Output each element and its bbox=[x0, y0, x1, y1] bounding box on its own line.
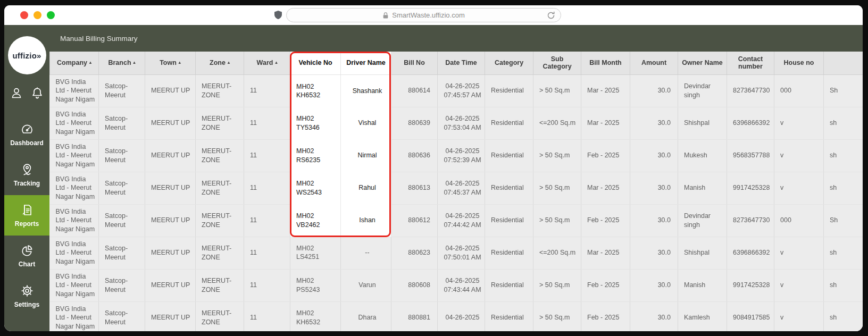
column-header-cut[interactable] bbox=[824, 52, 863, 74]
main-area: Manual Billing Summary Company▴Branch▴To… bbox=[49, 25, 863, 331]
zoom-button[interactable] bbox=[47, 11, 55, 19]
table-cell: 30.0 bbox=[630, 269, 678, 301]
table-cell: MEERUT UP bbox=[145, 74, 196, 107]
table-cell: BVG India Ltd - Meerut Nagar Nigam bbox=[50, 139, 99, 172]
column-header-zone[interactable]: Zone▴ bbox=[196, 52, 244, 74]
table-cell: MEERUT-ZONE bbox=[196, 204, 244, 237]
desktop-background: { "chrome": { "url": "SmartWaste.uffizio… bbox=[0, 0, 868, 336]
table-cell: 9084917585 bbox=[727, 301, 774, 331]
table-cell: MEERUT-ZONE bbox=[196, 269, 244, 301]
table-cell: Manish bbox=[678, 172, 727, 204]
table-cell: sh bbox=[824, 269, 863, 301]
table-row: BVG India Ltd - Meerut Nagar NigamSatcop… bbox=[50, 204, 863, 237]
table-cell: Residential bbox=[485, 204, 533, 237]
table-cell: 30.0 bbox=[630, 204, 678, 237]
column-header-house-no[interactable]: House no bbox=[774, 52, 824, 74]
table-row: BVG India Ltd - Meerut Nagar NigamSatcop… bbox=[50, 301, 863, 331]
report-doc-icon bbox=[20, 203, 34, 217]
column-header-driver-name[interactable]: Driver Name bbox=[341, 52, 391, 74]
table-cell: Manish bbox=[678, 269, 727, 301]
sidebar-item-label: Settings bbox=[14, 301, 39, 308]
table-cell: BVG India Ltd - Meerut Nagar Nigam bbox=[50, 107, 99, 139]
table-cell: 04-26-2025 07:44:42 AM bbox=[438, 204, 485, 237]
sidebar-item-reports[interactable]: Reports bbox=[4, 195, 49, 236]
table-cell: 11 bbox=[244, 204, 290, 237]
shield-icon[interactable] bbox=[273, 10, 283, 20]
table-cell: Shashank bbox=[341, 74, 391, 107]
table-cell: 880881 bbox=[391, 301, 438, 331]
table-cell: Devindar singh bbox=[678, 74, 727, 107]
column-header-amount[interactable]: Amount bbox=[630, 52, 678, 74]
sidebar-item-settings[interactable]: Settings bbox=[4, 276, 49, 316]
table-cell: 880608 bbox=[391, 269, 438, 301]
table-cell: 11 bbox=[244, 74, 290, 107]
table-cell: MH02 TY5346 bbox=[290, 107, 341, 139]
table-cell: MEERUT UP bbox=[145, 172, 196, 204]
table-cell: Satcop-Meerut bbox=[99, 237, 145, 269]
column-header-town[interactable]: Town▴ bbox=[145, 52, 196, 74]
table-cell: MEERUT-ZONE bbox=[196, 74, 244, 107]
table-cell: BVG India Ltd - Meerut Nagar Nigam bbox=[50, 237, 99, 269]
table-cell: Mar - 2025 bbox=[581, 172, 630, 204]
table-cell: 9568357788 bbox=[727, 139, 774, 172]
sidebar-item-chart[interactable]: Chart bbox=[4, 236, 49, 276]
close-button[interactable] bbox=[20, 11, 28, 19]
table-cell: sh bbox=[824, 237, 863, 269]
column-header-ward[interactable]: Ward▴ bbox=[244, 52, 290, 74]
table-cell: MEERUT-ZONE bbox=[196, 237, 244, 269]
table-cell: 30.0 bbox=[630, 237, 678, 269]
table-cell: v bbox=[774, 107, 824, 139]
column-header-category[interactable]: Category bbox=[485, 52, 533, 74]
table-cell: 000 bbox=[774, 74, 824, 107]
column-header-company[interactable]: Company▴ bbox=[50, 52, 99, 74]
column-header-branch[interactable]: Branch▴ bbox=[99, 52, 145, 74]
sidebar: uffizio» DashboardTrackingReportsChartSe… bbox=[4, 25, 49, 331]
table-cell: 880623 bbox=[391, 237, 438, 269]
column-header-vehicle-no[interactable]: Vehicle No bbox=[290, 52, 341, 74]
table-cell: Feb - 2025 bbox=[581, 139, 630, 172]
table-cell: Satcop-Meerut bbox=[99, 301, 145, 331]
url-bar[interactable]: SmartWaste.uffizio.com bbox=[286, 8, 561, 22]
browser-window: SmartWaste.uffizio.com uffizio» Dashboar… bbox=[4, 5, 863, 331]
column-header-sub-category[interactable]: Sub Category bbox=[533, 52, 581, 74]
table-cell: MEERUT UP bbox=[145, 139, 196, 172]
table-cell: Residential bbox=[485, 237, 533, 269]
table-cell: 6396866392 bbox=[727, 107, 774, 139]
column-header-bill-month[interactable]: Bill Month bbox=[581, 52, 630, 74]
table-cell: v bbox=[774, 172, 824, 204]
table-cell: Mar - 2025 bbox=[581, 107, 630, 139]
table-cell: Satcop-Meerut bbox=[99, 204, 145, 237]
column-header-bill-no[interactable]: Bill No bbox=[391, 52, 438, 74]
page-title-bar: Manual Billing Summary bbox=[49, 25, 863, 52]
table-row: BVG India Ltd - Meerut Nagar NigamSatcop… bbox=[50, 139, 863, 172]
table-cell: > 50 Sq.m bbox=[533, 74, 581, 107]
table-cell: BVG India Ltd - Meerut Nagar Nigam bbox=[50, 269, 99, 301]
column-header-date-time[interactable]: Date Time bbox=[438, 52, 485, 74]
person-icon[interactable] bbox=[10, 86, 23, 100]
table-cell: 11 bbox=[244, 172, 290, 204]
table-cell: Residential bbox=[485, 74, 533, 107]
table-cell: MEERUT-ZONE bbox=[196, 139, 244, 172]
table-cell: MEERUT-ZONE bbox=[196, 107, 244, 139]
table-cell: Varun bbox=[341, 269, 391, 301]
table-cell: MEERUT UP bbox=[145, 204, 196, 237]
bell-icon[interactable] bbox=[30, 86, 44, 100]
column-header-contact-number[interactable]: Contact number bbox=[727, 52, 774, 74]
table-cell: 30.0 bbox=[630, 74, 678, 107]
table-cell: Mar - 2025 bbox=[581, 74, 630, 107]
sidebar-item-tracking[interactable]: Tracking bbox=[4, 155, 49, 195]
table-cell: Sh bbox=[824, 204, 863, 237]
table-row: BVG India Ltd - Meerut Nagar NigamSatcop… bbox=[50, 172, 863, 204]
table-cell: > 50 Sq.m bbox=[533, 204, 581, 237]
column-header-owner-name[interactable]: Owner Name bbox=[678, 52, 727, 74]
table-cell: MEERUT-ZONE bbox=[196, 172, 244, 204]
table-cell: Dhara bbox=[341, 301, 391, 331]
reload-icon[interactable] bbox=[546, 11, 556, 20]
table-cell: Shishpal bbox=[678, 237, 727, 269]
table-cell: 11 bbox=[244, 301, 290, 331]
sidebar-item-dashboard[interactable]: Dashboard bbox=[4, 114, 49, 155]
minimize-button[interactable] bbox=[34, 11, 41, 19]
table-cell: MH02 KH6532 bbox=[290, 301, 341, 331]
table-cell: v bbox=[774, 269, 824, 301]
table-cell: 04-26-2025 07:50:01 AM bbox=[438, 237, 485, 269]
